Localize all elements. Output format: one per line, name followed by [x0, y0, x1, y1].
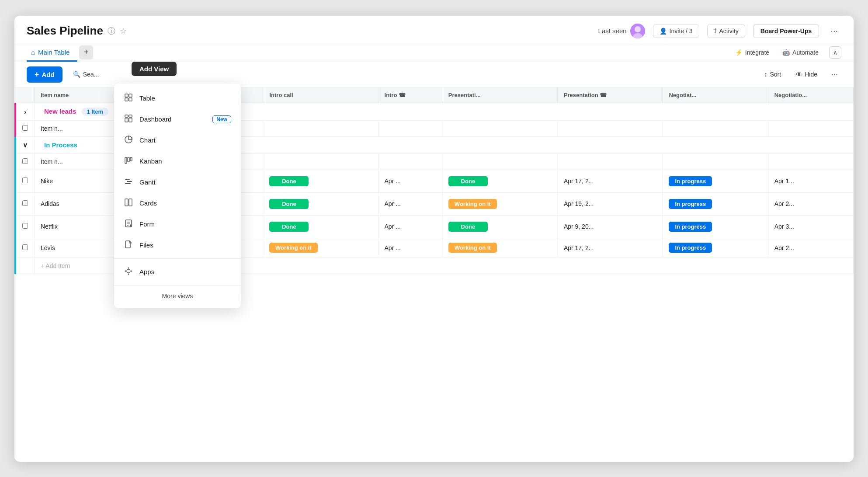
adidas-negot: In progress — [663, 192, 768, 215]
automate-icon: 🤖 — [782, 49, 790, 56]
dropdown-label-dashboard: Dashboard — [139, 115, 171, 123]
status-badge: Working on it — [448, 243, 497, 253]
board-powerups-button[interactable]: Board Power-Ups — [753, 24, 819, 38]
new-leads-intro — [378, 120, 442, 136]
add-button[interactable]: + Add — [27, 66, 62, 83]
nike-checkbox-cell[interactable] — [15, 170, 35, 192]
files-icon — [124, 240, 133, 251]
star-icon[interactable]: ☆ — [120, 26, 127, 36]
header: Sales Pipeline ⓘ ☆ Last seen 👤 Invite / … — [14, 16, 854, 43]
dropdown-item-kanban[interactable]: Kanban — [114, 151, 241, 172]
status-badge: In progress — [669, 222, 712, 232]
dropdown-label-files: Files — [139, 241, 153, 249]
svg-rect-22 — [128, 157, 129, 162]
tab-main-table[interactable]: ⌂ Main Table — [27, 43, 77, 62]
new-leads-negot — [663, 120, 768, 136]
nike-negot: In progress — [663, 170, 768, 192]
svg-rect-23 — [130, 157, 132, 161]
dropdown-item-files[interactable]: Files — [114, 235, 241, 256]
dropdown-label-kanban: Kanban — [139, 157, 162, 165]
netflix-presentation: Done — [442, 215, 557, 238]
hide-button[interactable]: 👁 Hide — [792, 68, 822, 80]
group-expand-new-leads[interactable]: › — [15, 103, 35, 120]
new-leads-pres — [442, 120, 557, 136]
dropdown-item-chart[interactable]: Chart — [114, 130, 241, 151]
nike-presentation: Done — [442, 170, 557, 192]
table-icon — [124, 93, 133, 104]
checkbox-new-leads-item[interactable] — [15, 120, 35, 136]
levis-negot-date: Apr 2... — [768, 238, 853, 258]
dropdown-label-table: Table — [139, 94, 155, 102]
checkbox-input[interactable] — [22, 125, 28, 131]
netflix-intro-call: Done — [263, 215, 378, 238]
levis-checkbox-cell[interactable] — [15, 238, 35, 258]
in-process-negot2-header — [768, 153, 853, 170]
dropdown-item-table[interactable]: Table — [114, 88, 241, 109]
add-view-tooltip: Add View — [132, 62, 177, 76]
last-seen-label: Last seen — [598, 27, 627, 35]
status-badge: Done — [269, 222, 309, 232]
col-intro-phone: Intro ☎ — [378, 87, 442, 103]
more-options-icon[interactable]: ··· — [827, 24, 841, 38]
svg-rect-17 — [129, 115, 132, 117]
dropdown-item-dashboard[interactable]: Dashboard New — [114, 109, 241, 130]
col-negotiat: Negotiat... — [663, 87, 768, 103]
dropdown-item-form[interactable]: Form — [114, 214, 241, 235]
col-checkbox — [15, 87, 35, 103]
status-badge: Done — [448, 176, 488, 186]
adidas-checkbox-cell[interactable] — [15, 192, 35, 215]
levis-negot: In progress — [663, 238, 768, 258]
nike-intro-date: Apr ... — [378, 170, 442, 192]
automate-button[interactable]: 🤖 Automate — [780, 45, 821, 59]
dashboard-new-badge: New — [212, 115, 231, 123]
header-left: Sales Pipeline ⓘ ☆ — [27, 24, 127, 38]
new-leads-pres-phone — [557, 120, 663, 136]
netflix-checkbox[interactable] — [22, 223, 28, 229]
sort-button[interactable]: ↕ Sort — [760, 68, 786, 80]
activity-icon: ⤴ — [714, 28, 717, 35]
col-negotiatio: Negotiatio... — [768, 87, 853, 103]
netflix-checkbox-cell[interactable] — [15, 215, 35, 238]
new-leads-negot2 — [768, 120, 853, 136]
toolbar-more-icon[interactable]: ··· — [828, 68, 841, 81]
status-badge: Working on it — [448, 199, 497, 209]
last-seen: Last seen — [598, 24, 645, 38]
dropdown-more-views[interactable]: More views — [114, 288, 241, 304]
new-leads-intro-call — [263, 120, 378, 136]
tabs-left: ⌂ Main Table + Add View — [27, 43, 93, 62]
form-icon — [124, 219, 133, 230]
group-expand-in-process[interactable]: ∨ — [15, 136, 35, 153]
in-process-intro-header — [378, 153, 442, 170]
levis-checkbox[interactable] — [22, 244, 28, 250]
dropdown-item-apps[interactable]: Apps — [114, 261, 241, 282]
adidas-intro-call: Done — [263, 192, 378, 215]
svg-point-34 — [127, 269, 130, 273]
svg-rect-13 — [129, 94, 132, 97]
invite-button[interactable]: 👤 Invite / 3 — [653, 24, 699, 38]
svg-point-35 — [128, 267, 129, 268]
svg-rect-19 — [129, 118, 132, 122]
checkbox-input-ip[interactable] — [22, 158, 28, 164]
integrate-button[interactable]: ⚡ Integrate — [733, 45, 772, 59]
home-icon: ⌂ — [31, 49, 35, 56]
add-tab-button[interactable]: + — [79, 45, 93, 59]
avatar — [630, 24, 645, 38]
dropdown-divider-2 — [114, 285, 241, 286]
levis-presentation: Working on it — [442, 238, 557, 258]
nike-checkbox[interactable] — [22, 178, 28, 183]
app-window: Sales Pipeline ⓘ ☆ Last seen 👤 Invite / … — [14, 16, 854, 462]
dropdown-label-gantt: Gantt — [139, 178, 156, 186]
search-button[interactable]: 🔍 Sea... — [69, 68, 104, 80]
in-process-intro-call-header — [263, 153, 378, 170]
dropdown-item-cards[interactable]: Cards — [114, 193, 241, 214]
activity-button[interactable]: ⤴ Activity — [707, 24, 745, 38]
adidas-checkbox[interactable] — [22, 200, 28, 206]
status-badge: Done — [269, 199, 309, 209]
collapse-button[interactable]: ∧ — [829, 46, 841, 59]
info-icon[interactable]: ⓘ — [108, 26, 115, 36]
in-process-negot-header — [663, 153, 768, 170]
dropdown-item-gantt[interactable]: Gantt — [114, 172, 241, 193]
in-process-pres-phone-header — [557, 153, 663, 170]
new-leads-count-badge: 1 Item — [82, 108, 109, 116]
svg-rect-15 — [129, 98, 132, 101]
